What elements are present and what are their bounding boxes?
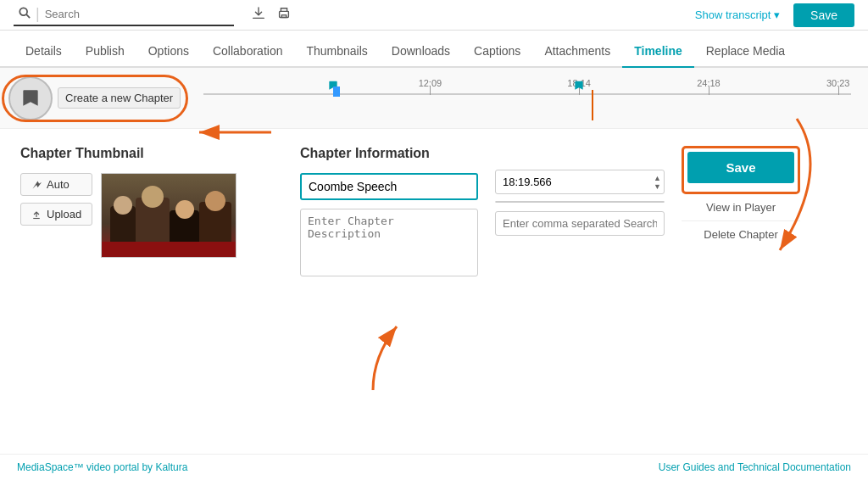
svg-rect-3 [281, 15, 286, 18]
svg-line-1 [26, 14, 30, 18]
ruler-line [203, 93, 851, 95]
print-icon[interactable] [276, 6, 292, 24]
chapter-marker-2[interactable] [573, 78, 585, 95]
top-bar-actions [251, 6, 292, 24]
timeline-area: Create a new Chapter 12:09 18:14 24:18 3… [0, 68, 868, 129]
time-spinner[interactable]: ▲▼ [654, 174, 661, 191]
create-chapter-wrap: Create a new Chapter [8, 76, 181, 120]
wand-icon [31, 180, 42, 190]
show-transcript-btn[interactable]: Show transcript ▾ [695, 8, 780, 21]
tab-timeline[interactable]: Timeline [622, 36, 694, 68]
upload-icon [31, 209, 42, 220]
table [102, 242, 236, 257]
footer: MediaSpace™ video portal by Kaltura User… [0, 454, 868, 480]
time-input-wrap: ▲▼ [495, 170, 665, 194]
svg-point-0 [19, 8, 27, 15]
tab-collaboration[interactable]: Collaboration [201, 36, 295, 68]
upload-button[interactable]: Upload [20, 203, 92, 226]
auto-button[interactable]: Auto [20, 173, 92, 196]
ruler-tick-1 [430, 87, 431, 95]
thumbnail-section: Chapter Thumbnail Auto Upload [20, 146, 283, 279]
ruler-tick-4 [838, 87, 839, 95]
tab-options[interactable]: Options [136, 36, 201, 68]
time-input-wrap-2 [495, 201, 665, 203]
search-divider: | [36, 5, 40, 23]
view-in-player-button[interactable]: View in Player [682, 194, 800, 221]
save-box-outline: Save [682, 146, 800, 194]
search-area: | [14, 3, 234, 26]
bookmark-icon [19, 87, 42, 109]
main-content: Chapter Thumbnail Auto Upload [0, 129, 868, 296]
thumbnail-image [101, 173, 236, 258]
search-tags-input[interactable] [495, 211, 665, 236]
time-divider [495, 201, 665, 203]
tab-replace-media[interactable]: Replace Media [694, 36, 797, 68]
tab-downloads[interactable]: Downloads [380, 36, 462, 68]
create-chapter-icon-button[interactable] [8, 76, 53, 120]
tabs-bar: Details Publish Options Collaboration Th… [0, 31, 868, 68]
time-spacer [495, 146, 665, 170]
svg-rect-2 [280, 11, 289, 17]
thumbnail-controls: Auto Upload [20, 173, 92, 226]
timeline-marker-blue [333, 87, 340, 97]
info-section-title: Chapter Information [300, 146, 478, 161]
search-icon [19, 7, 31, 21]
ruler-tick-3 [709, 87, 709, 95]
playhead [592, 90, 593, 120]
chapter-name-input[interactable] [300, 173, 478, 200]
tab-thumbnails[interactable]: Thumbnails [294, 36, 379, 68]
create-chapter-label[interactable]: Create a new Chapter [58, 87, 181, 109]
top-bar-right: Show transcript ▾ Save [695, 3, 854, 27]
top-save-button[interactable]: Save [793, 3, 854, 27]
tab-attachments[interactable]: Attachments [532, 36, 622, 68]
footer-docs-link[interactable]: User Guides and Technical Documentation [659, 461, 851, 473]
chapter-description-textarea[interactable] [300, 209, 478, 276]
info-section: Chapter Information [300, 146, 478, 279]
tab-publish[interactable]: Publish [74, 36, 136, 68]
footer-kaltura-link[interactable]: Kaltura [155, 461, 187, 473]
delete-chapter-button[interactable]: Delete Chapter [682, 221, 800, 248]
top-bar: | Show transcript ▾ Save [0, 0, 868, 31]
thumbnail-section-title: Chapter Thumbnail [20, 146, 283, 161]
footer-brand: MediaSpace™ video portal by Kaltura [17, 461, 187, 473]
thumbnail-inner [102, 174, 236, 257]
actions-section: Save View in Player Delete Chapter [682, 146, 800, 279]
save-button[interactable]: Save [687, 152, 794, 183]
search-input[interactable] [45, 8, 214, 20]
tab-details[interactable]: Details [14, 36, 74, 68]
chapter-time-input[interactable] [495, 170, 665, 194]
download-icon[interactable] [251, 6, 266, 24]
time-section: ▲▼ [495, 146, 665, 279]
timeline-ruler: 12:09 18:14 24:18 30:23 [203, 78, 851, 120]
tab-captions[interactable]: Captions [462, 36, 532, 68]
